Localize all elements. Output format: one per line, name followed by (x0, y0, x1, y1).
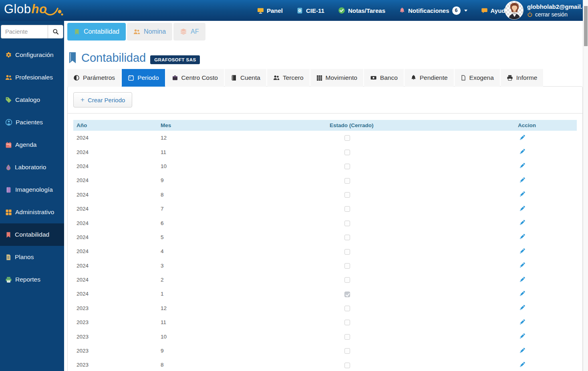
edit-pencil-icon[interactable] (520, 333, 526, 340)
closed-checkbox[interactable] (344, 150, 350, 155)
panel-toolbar: + Crear Periodo (68, 87, 582, 113)
edit-pencil-icon[interactable] (520, 361, 526, 369)
closed-checkbox[interactable] (344, 178, 350, 184)
nav-cie11[interactable]: CIE-11 (296, 7, 324, 14)
scrollbar-thumb[interactable] (584, 6, 588, 46)
book-icon (296, 7, 303, 14)
closed-checkbox[interactable] (344, 348, 350, 354)
year-cell: 2024 (73, 131, 157, 145)
avatar[interactable] (505, 1, 524, 20)
accion-cell (515, 202, 577, 216)
edit-pencil-icon[interactable] (520, 205, 526, 213)
nav-panel[interactable]: Panel (257, 7, 283, 14)
year-cell: 2023 (73, 358, 157, 371)
edit-pencil-icon[interactable] (520, 248, 526, 255)
sidebar-item-pacientes[interactable]: Pacientes (0, 111, 64, 134)
edit-pencil-icon[interactable] (520, 262, 526, 269)
closed-checkbox[interactable] (344, 277, 350, 283)
edit-pencil-icon[interactable] (520, 177, 526, 184)
edit-pencil-icon[interactable] (520, 233, 526, 241)
estado-cell (326, 188, 515, 202)
sidebar-item-label: Administrativo (15, 209, 54, 216)
tab-banco[interactable]: Banco (364, 69, 404, 87)
estado-cell (326, 145, 515, 159)
edit-pencil-icon[interactable] (520, 290, 526, 298)
sidebar-item-administrativo[interactable]: Administrativo (0, 201, 64, 223)
closed-checkbox[interactable] (344, 192, 350, 198)
edit-pencil-icon[interactable] (520, 134, 526, 142)
vertical-scrollbar[interactable] (583, 0, 588, 371)
edit-pencil-icon[interactable] (520, 304, 526, 312)
sidebar-item-reportes[interactable]: Reportes (0, 268, 64, 291)
closed-checkbox[interactable] (344, 320, 350, 325)
sidebar-item-planos[interactable]: Planos (0, 246, 64, 268)
tab-informe[interactable]: Informe (501, 69, 544, 87)
bookmark-icon (74, 28, 80, 35)
table-row: 2024 4 (73, 244, 577, 258)
people-icon (133, 28, 140, 35)
search-input[interactable] (1, 25, 48, 39)
logout-button[interactable]: cerrar sesión (527, 11, 586, 18)
col-header-month: Mes (157, 120, 326, 131)
tab-movimiento[interactable]: Movimiento (310, 69, 363, 87)
people-icon (273, 75, 280, 81)
nav-panel-label: Panel (267, 7, 283, 14)
closed-checkbox[interactable] (344, 334, 350, 340)
module-tab-af[interactable]: AF (173, 23, 205, 41)
sidebar-item-configuracion[interactable]: Configuración (0, 44, 64, 66)
edit-pencil-icon[interactable] (520, 191, 526, 198)
accion-cell (515, 287, 577, 301)
sidebar-item-agenda[interactable]: Agenda (0, 134, 64, 156)
accion-cell (515, 145, 577, 159)
sidebar-item-label: Agenda (15, 141, 36, 148)
closed-checkbox[interactable] (344, 249, 350, 255)
create-period-button[interactable]: + Crear Periodo (73, 92, 132, 107)
closed-checkbox[interactable] (344, 206, 350, 212)
avatar-woman-illustration (505, 1, 524, 20)
module-tab-nomina[interactable]: Nomina (127, 23, 172, 41)
closed-checkbox[interactable] (344, 263, 350, 269)
sidebar-item-label: Imagenología (15, 186, 53, 193)
year-cell: 2023 (73, 315, 157, 329)
closed-checkbox[interactable] (344, 306, 350, 311)
sidebar-item-profesionales[interactable]: Profesionales (0, 66, 64, 89)
sidebar-item-catalogo[interactable]: Catalogo (0, 89, 64, 111)
module-tab-contabilidad[interactable]: Contabilidad (67, 23, 126, 41)
estado-cell (326, 131, 515, 145)
tab-centro-costo[interactable]: Centro Costo (166, 69, 224, 87)
book-icon (231, 75, 237, 81)
closed-checkbox[interactable] (344, 363, 350, 368)
tab-label: Banco (380, 74, 398, 81)
sidebar-item-laboratorio[interactable]: Laboratorio (0, 156, 64, 178)
nav-notas-tareas[interactable]: Notas/Tareas (338, 7, 385, 14)
money-icon (370, 75, 377, 81)
sidebar-item-contabilidad[interactable]: Contabilidad (0, 223, 64, 246)
period-panel: + Crear Periodo Año Mes Estado (Cerrado)… (67, 86, 583, 371)
sidebar-item-imagenologia[interactable]: Imagenología (0, 178, 64, 201)
tab-exogena[interactable]: Exogena (455, 69, 500, 87)
closed-checkbox[interactable] (344, 164, 350, 169)
edit-pencil-icon[interactable] (520, 276, 526, 284)
closed-checkbox[interactable] (344, 235, 350, 240)
closed-checkbox[interactable] (344, 292, 350, 297)
estado-cell (326, 244, 515, 258)
edit-pencil-icon[interactable] (520, 319, 526, 326)
tab-cuenta[interactable]: Cuenta (225, 69, 266, 87)
tab-pendiente[interactable]: Pendiente (405, 69, 454, 87)
edit-pencil-icon[interactable] (520, 148, 526, 156)
month-cell: 6 (157, 216, 326, 230)
estado-cell (326, 301, 515, 315)
edit-pencil-icon[interactable] (520, 219, 526, 227)
edit-pencil-icon[interactable] (520, 347, 526, 355)
edit-pencil-icon[interactable] (520, 162, 526, 170)
nav-notificaciones[interactable]: Notificaciones 6 (399, 6, 467, 15)
search-button[interactable] (48, 25, 63, 39)
logo-swoosh-icon (44, 4, 64, 18)
table-row: 2024 7 (73, 202, 577, 216)
tab-tercero[interactable]: Tercero (267, 69, 310, 87)
closed-checkbox[interactable] (344, 221, 350, 226)
tab-parametros[interactable]: Parámetros (67, 69, 121, 87)
tab-periodo[interactable]: Periodo (122, 69, 165, 87)
closed-checkbox[interactable] (344, 135, 350, 141)
chevron-down-icon (464, 10, 467, 12)
